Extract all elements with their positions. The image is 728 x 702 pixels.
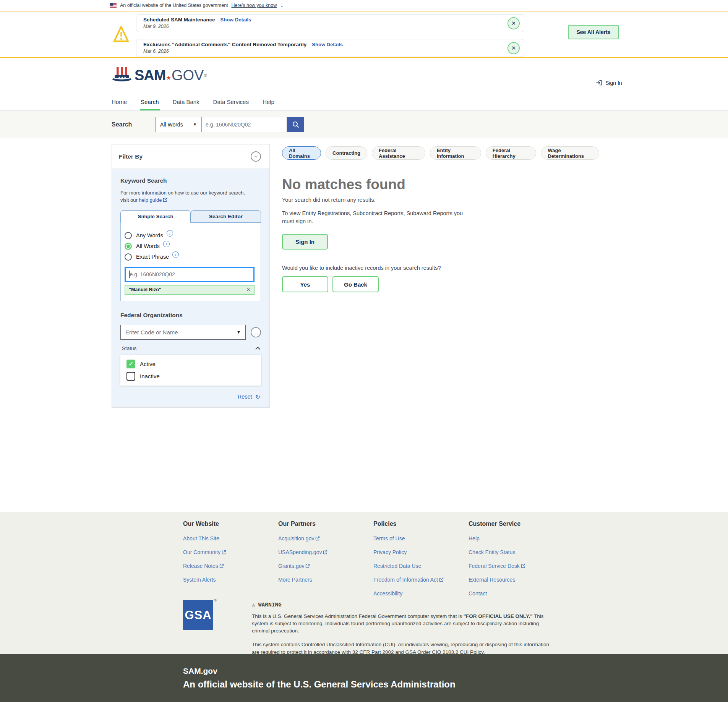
footer-link-our-community[interactable]: Our Community (183, 549, 278, 555)
reset-icon: ↻ (255, 393, 260, 400)
footer-link-privacy-policy[interactable]: Privacy Policy (373, 549, 469, 555)
footer-heading: Our Website (183, 520, 278, 527)
sign-in-icon (596, 79, 602, 86)
alert-date: Mar 6, 2026 (143, 49, 501, 54)
external-link-icon (222, 550, 226, 554)
footer-link-help[interactable]: Help (469, 535, 564, 541)
footer-heading: Policies (373, 520, 469, 527)
inactive-question-buttons: Yes Go Back (282, 276, 599, 292)
status-section-toggle[interactable]: Status (120, 345, 261, 351)
info-icon[interactable]: i (167, 230, 173, 237)
close-icon[interactable]: ✕ (507, 17, 520, 29)
warning-paragraph-1: This is a U.S. General Services Administ… (252, 613, 555, 634)
footer-link-check-entity-status[interactable]: Check Entity Status (469, 549, 564, 555)
domain-pill-entity-information[interactable]: Entity Information (430, 146, 481, 160)
filter-panel-body: Keyword Search For more information on h… (112, 169, 269, 407)
see-all-alerts-button[interactable]: See All Alerts (568, 25, 619, 39)
search-placeholder: e.g. 1606N020Q02 (206, 122, 251, 128)
banner-text: An official website of the United States… (120, 3, 228, 8)
info-icon[interactable]: i (163, 241, 170, 247)
banner-how-link[interactable]: Here’s how you know (232, 3, 277, 8)
footer-link-release-notes[interactable]: Release Notes (183, 563, 278, 569)
domain-pill-federal-hierarchy[interactable]: Federal Hierarchy (486, 146, 537, 160)
gsa-logo: GSA (183, 600, 213, 630)
all-words-label: All Words (136, 243, 160, 249)
svg-text:★: ★ (124, 76, 126, 79)
close-icon[interactable]: ✕ (507, 42, 520, 54)
status-option-active: ✓ Active (126, 360, 255, 368)
svg-text:★: ★ (121, 76, 123, 79)
footer-link-restricted-data-use[interactable]: Restricted Data Use (373, 563, 469, 569)
sign-in-label: Sign In (605, 80, 622, 86)
footer-link-contact[interactable]: Contact (469, 590, 564, 597)
search-submit-button[interactable] (287, 117, 304, 132)
nav-item-help[interactable]: Help (262, 95, 275, 110)
nav-item-data-services[interactable]: Data Services (212, 95, 250, 110)
masthead: ★ ★ ★ SAM★GOV® Sign In Home Search Data … (0, 58, 728, 111)
domain-pill-contracting[interactable]: Contracting (326, 146, 367, 160)
help-guide-link[interactable]: help guide (139, 197, 167, 203)
main-content: Filter By − Keyword Search For more info… (0, 138, 728, 512)
footer-col-our-website: Our Website About This Site Our Communit… (183, 520, 278, 604)
any-words-radio[interactable] (125, 232, 132, 239)
nav-item-home[interactable]: Home (111, 95, 128, 110)
org-combobox[interactable]: Enter Code or Name ▼ (120, 325, 246, 340)
footer-link-foia[interactable]: Freedom of Information Act (373, 577, 469, 583)
domain-pill-wage-determinations[interactable]: Wage Determinations (541, 146, 599, 160)
sam-gov-logo[interactable]: ★ ★ ★ SAM★GOV® (112, 66, 207, 84)
footer-link-acquisition-gov[interactable]: Acquisition.gov (278, 535, 373, 541)
domain-pills: All Domains Contracting Federal Assistan… (282, 146, 599, 160)
help-guide-label: help guide (139, 197, 162, 203)
footer-link-usaspending-gov[interactable]: USASpending.gov (278, 549, 373, 555)
radio-row-all-words: All Words i (125, 243, 255, 250)
all-words-radio[interactable] (125, 243, 132, 250)
footer-link-federal-service-desk[interactable]: Federal Service Desk (469, 563, 564, 569)
yes-button[interactable]: Yes (282, 276, 328, 292)
sign-in-button[interactable]: Sign In (282, 234, 328, 250)
inactive-records-question: Would you like to include inactive recor… (282, 265, 599, 271)
external-link-icon (219, 564, 224, 568)
footer-link-accessibility[interactable]: Accessibility (373, 590, 469, 597)
footer-link-about-this-site[interactable]: About This Site (183, 535, 278, 541)
external-link-icon (521, 564, 525, 568)
reset-filters-link[interactable]: Reset ↻ (120, 393, 261, 400)
identity-site-name: SAM.gov (183, 666, 728, 676)
active-checkbox[interactable]: ✓ (126, 360, 135, 368)
footer-heading: Our Partners (278, 520, 373, 527)
sign-in-link[interactable]: Sign In (596, 79, 622, 86)
alert-title: Scheduled SAM Maintenance (143, 17, 215, 23)
main-nav: Home Search Data Bank Data Services Help (111, 95, 275, 110)
tab-search-editor[interactable]: Search Editor (191, 210, 261, 223)
alert-show-details-link[interactable]: Show Details (312, 42, 343, 47)
nav-item-data-bank[interactable]: Data Bank (172, 95, 200, 110)
inactive-checkbox[interactable] (126, 372, 135, 381)
domain-pill-federal-assistance[interactable]: Federal Assistance (372, 146, 425, 160)
footer-link-external-resources[interactable]: External Resources (469, 577, 564, 583)
keyword-input[interactable]: e.g. 1606N020Q02 (125, 267, 255, 282)
logo-sam-text: SAM (135, 67, 165, 84)
exact-phrase-radio[interactable] (125, 253, 132, 261)
status-label: Status (122, 345, 136, 351)
no-results-subtitle: Your search did not return any results. (282, 197, 599, 203)
collapse-filters-icon[interactable]: − (251, 151, 261, 162)
alert-show-details-link[interactable]: Show Details (221, 17, 251, 23)
chevron-up-icon (255, 347, 260, 352)
search-input[interactable]: e.g. 1606N020Q02 (201, 117, 287, 132)
footer-columns: Our Website About This Site Our Communit… (183, 520, 564, 604)
tab-simple-search[interactable]: Simple Search (120, 210, 191, 223)
identity-subtitle: An official website of the U.S. General … (183, 679, 728, 690)
footer-col-customer-service: Customer Service Help Check Entity Statu… (469, 520, 564, 604)
chip-remove-icon[interactable]: ✕ (246, 287, 250, 292)
nav-item-search[interactable]: Search (140, 95, 160, 110)
go-back-button[interactable]: Go Back (332, 276, 379, 292)
keyword-tabs: Simple Search Search Editor (120, 210, 261, 223)
footer-link-system-alerts[interactable]: System Alerts (183, 577, 278, 583)
org-more-options-icon[interactable]: … (251, 327, 261, 337)
search-mode-select[interactable]: All Words ▼ (155, 117, 201, 132)
footer-link-more-partners[interactable]: More Partners (278, 577, 373, 583)
alert-card: Exclusions “Additional Comments” Content… (136, 39, 524, 57)
footer-link-terms-of-use[interactable]: Terms of Use (373, 535, 469, 541)
domain-pill-all-domains[interactable]: All Domains (282, 146, 321, 160)
info-icon[interactable]: i (172, 251, 179, 258)
footer-link-grants-gov[interactable]: Grants.gov (278, 563, 373, 569)
